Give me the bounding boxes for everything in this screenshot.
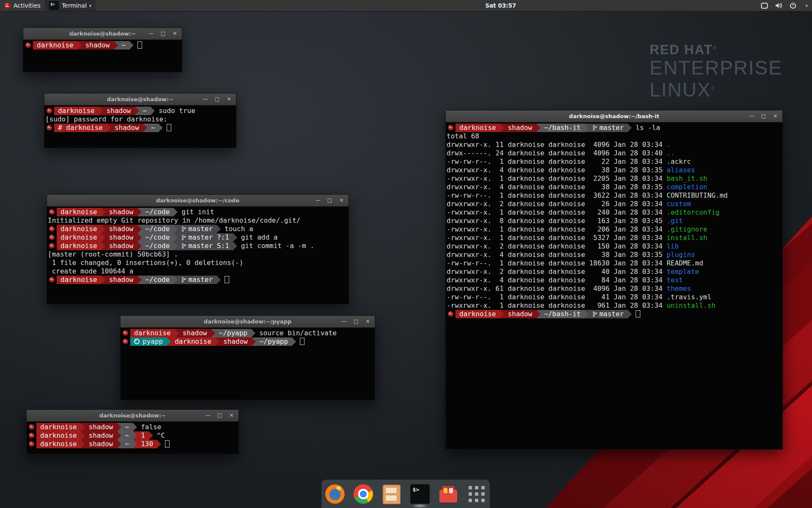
prompt-segment-host: shadow [504,124,536,132]
window-titlebar[interactable]: darknoise@shadow:~/bash-it—□✕ [446,110,782,122]
terminal-screen[interactable]: darknoiseshadow~ [23,40,182,72]
close-button[interactable]: ✕ [229,410,234,421]
output-line: -rwxrwxr-x. 1 darknoise darknoise 2205 J… [447,174,782,183]
window-titlebar[interactable]: darknoise@shadow:~—□✕ [23,28,182,40]
dock: $> [321,480,490,508]
redhat-logo-icon [4,3,11,9]
output-line: -rw-rw-r--. 1 darknoise darknoise 22 Jan… [447,157,782,166]
powerline-arrow [251,329,255,337]
terminal-screen[interactable]: darknoiseshadow~sudo true[sudo] password… [44,105,236,148]
terminal-screen[interactable]: darknoiseshadow~/pyappsource bin/activat… [121,328,375,400]
output-line: -rw-rw-r--. 1 darknoise darknoise 3622 J… [447,191,782,200]
output-text: drwxrwxr-x. 4 darknoise darknoise 38 Jan… [447,166,667,174]
app-grid-icon [469,486,485,502]
minimize-button[interactable]: — [205,410,211,421]
window-title: darknoise@shadow:~ [69,30,136,37]
window-titlebar[interactable]: darknoise@shadow:~/pyapp—□✕ [121,316,375,328]
minimize-button[interactable]: — [203,94,208,105]
files-icon [383,485,401,504]
prompt-segment-host: shadow [85,431,117,440]
window-titlebar[interactable]: darknoise@shadow:~—□✕ [44,94,236,105]
close-button[interactable]: ✕ [339,195,344,206]
toolbox-icon [439,490,457,502]
window-controls: —□✕ [749,110,778,122]
terminal-screen[interactable]: darknoiseshadow~/bash-itmasterls -latota… [446,122,782,450]
maximize-button[interactable]: □ [353,316,359,327]
output-text: drwxrwxr-x. 2 darknoise darknoise 40 Jan… [447,268,667,276]
git-branch-icon [181,276,186,285]
terminal-screen[interactable]: darknoiseshadow~falsedarknoiseshadow~1^C… [27,422,239,454]
dock-app-grid[interactable] [466,483,487,505]
window-titlebar[interactable]: darknoise@shadow:~—□✕ [27,410,239,422]
minimize-button[interactable]: — [341,316,347,327]
close-button[interactable]: ✕ [172,28,178,39]
dock-files[interactable] [381,483,402,505]
top-bar: Activities $> Terminal ▾ Sat 03:57 ▾ [0,0,812,11]
terminal-window: darknoise@shadow:~/pyapp—□✕darknoiseshad… [120,315,375,400]
minimize-button[interactable]: — [148,28,154,39]
prompt-segment-user: darknoise [130,329,175,337]
powerline-arrow [500,310,504,318]
prompt-segment-path: ~/code [142,208,174,216]
prompt-segment-path: ~ [121,423,133,431]
powerline-arrow [81,431,85,440]
volume-icon[interactable] [775,2,783,9]
dock-toolbox[interactable] [438,483,458,505]
directory-name: test [667,276,683,284]
powerline-arrow [292,337,296,346]
close-button[interactable]: ✕ [773,110,778,122]
powerline-arrow [133,440,137,448]
prompt-segment-git: master S:1 [178,242,233,250]
window-controls: —□✕ [203,94,232,105]
powerline-arrow [628,310,632,318]
command-text: false [137,423,161,431]
prompt-segment-user: darknoise [36,431,81,440]
redhat-icon [49,243,55,248]
redhat-icon [47,108,52,113]
dock-chrome[interactable] [353,483,373,505]
maximize-button[interactable]: □ [761,110,766,122]
git-branch-icon [593,311,597,319]
output-text: -rwxrwxr-x. 1 darknoise darknoise 2205 J… [447,174,667,182]
close-button[interactable]: ✕ [365,316,370,327]
prompt-segment-user: darknoise [57,242,101,250]
powerline-arrow [117,423,121,431]
output-text: drwxrwxr-x. 2 darknoise darknoise 150 Ja… [447,242,667,250]
prompt-line: darknoiseshadow~/codemaster ?:1git add a [48,233,348,242]
system-menu-chevron-icon[interactable]: ▾ [806,3,808,8]
powerline-arrow [77,41,82,50]
prompt-line: darknoiseshadow~sudo true [45,107,235,115]
redhat-icon [49,226,55,232]
minimize-button[interactable]: — [749,110,754,122]
terminal-window: darknoise@shadow:~—□✕darknoiseshadow~fal… [26,409,239,454]
maximize-button[interactable]: □ [217,410,222,421]
power-icon[interactable] [790,2,796,9]
terminal-cursor [167,124,171,131]
maximize-button[interactable]: □ [327,195,332,206]
notifications-icon[interactable] [761,3,768,9]
clock[interactable]: Sat 03:57 [486,0,516,11]
dock-firefox[interactable] [325,483,345,505]
activities-label: Activities [14,2,41,9]
window-titlebar[interactable]: darknoise@shadow:~/code—□✕ [47,195,348,207]
minimize-button[interactable]: — [315,195,321,206]
close-button[interactable]: ✕ [226,94,232,105]
maximize-button[interactable]: □ [214,94,220,105]
terminal-cursor [165,440,170,447]
maximize-button[interactable]: □ [160,28,166,39]
powerline-arrow [81,423,85,431]
prompt-line: darknoiseshadow~/bash-itmasterls -la [447,124,782,132]
prompt-segment-path: ~ [121,440,133,448]
output-text: total 68 [447,132,479,140]
app-menu-terminal[interactable]: $> Terminal ▾ [45,0,96,11]
activities-button[interactable]: Activities [0,0,45,11]
dock-terminal[interactable]: $> [410,483,430,505]
terminal-icon: $> [410,484,430,504]
powerline-arrow [536,124,540,132]
redhat-icon [29,433,34,438]
powerline-arrow [99,107,103,115]
powerline-arrow [584,310,589,318]
prompt-segment-user: darknoise [57,208,101,216]
redhat-icon [123,339,128,344]
terminal-screen[interactable]: darknoiseshadow~/codegit initInitialized… [47,207,348,304]
